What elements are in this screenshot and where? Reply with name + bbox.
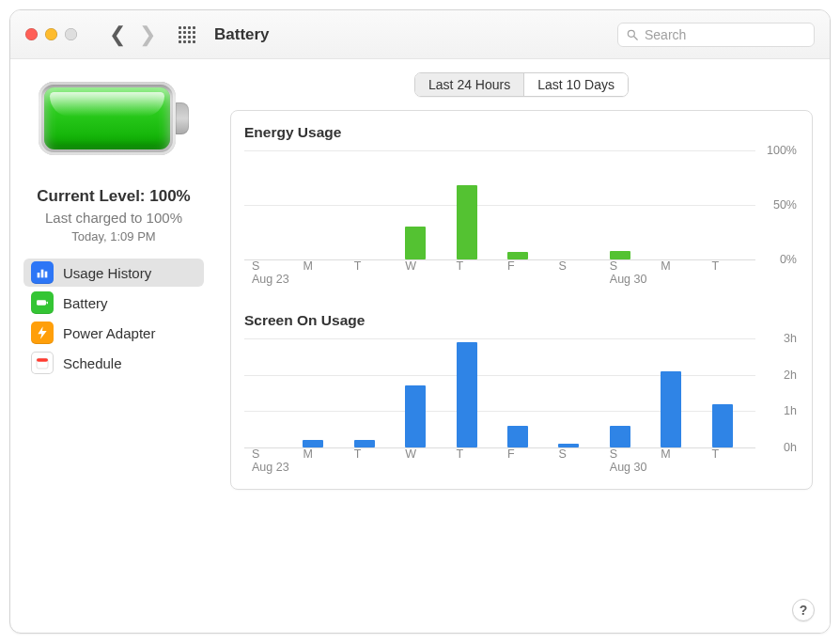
- chart-xtick-label: T: [712, 447, 755, 461]
- window-controls: [25, 28, 77, 40]
- close-window-button[interactable]: [25, 28, 38, 40]
- search-placeholder: Search: [645, 27, 686, 42]
- chart-ytick-label: 0h: [784, 441, 797, 454]
- sidebar-item-power-adapter[interactable]: Power Adapter: [23, 319, 204, 347]
- window-title: Battery: [214, 25, 270, 44]
- charts-card: Energy Usage SAug 23MTWTFSSAug 30MT 0%50…: [230, 110, 813, 490]
- svg-rect-4: [45, 272, 48, 278]
- sidebar-nav: Usage HistoryBatteryPower AdapterSchedul…: [23, 259, 204, 377]
- chart-xtick-date: Aug 30: [610, 273, 653, 286]
- chart-xtick-label: F: [507, 259, 551, 273]
- chart-xtick-label: T: [354, 447, 397, 461]
- chart-bar: [507, 252, 528, 259]
- chart-xtick-date: Aug 23: [252, 273, 295, 286]
- chart-bar: [354, 440, 375, 447]
- chart-bar: [457, 185, 477, 259]
- chart-bar: [712, 404, 733, 447]
- bars-icon: [31, 261, 54, 284]
- energy-usage-title: Energy Usage: [244, 124, 799, 141]
- chart-xtick-label: S: [610, 259, 653, 273]
- chart-bar: [457, 342, 477, 447]
- sidebar-item-usage-history[interactable]: Usage History: [23, 259, 204, 287]
- content: Current Level: 100% Last charged to 100%…: [10, 59, 830, 633]
- battery-level-graphic: [39, 82, 189, 155]
- bolt-icon: [31, 322, 54, 344]
- help-button[interactable]: ?: [792, 599, 815, 621]
- sidebar-item-label: Battery: [63, 295, 108, 311]
- energy-usage-plot: SAug 23MTWTFSSAug 30MT: [244, 150, 755, 291]
- nav-forward-button[interactable]: ❯: [135, 23, 160, 47]
- chart-xtick-label: M: [303, 447, 346, 461]
- titlebar: ❮ ❯ Battery Search: [10, 10, 830, 59]
- chart-xtick-label: S: [558, 259, 601, 273]
- svg-point-0: [628, 30, 634, 37]
- chart-xtick-label: T: [712, 259, 755, 273]
- chart-bar: [405, 227, 426, 259]
- sidebar-item-schedule[interactable]: Schedule: [23, 349, 204, 377]
- calendar-icon: [31, 352, 54, 374]
- battery-preferences-window: ❮ ❯ Battery Search Current Level: 100% L…: [9, 9, 831, 634]
- energy-usage-chart: SAug 23MTWTFSSAug 30MT 0%50%100%: [244, 150, 799, 291]
- segment-last-10-days[interactable]: Last 10 Days: [523, 73, 628, 96]
- chart-ytick-label: 100%: [767, 144, 797, 157]
- svg-rect-6: [47, 302, 48, 305]
- chart-ytick-label: 2h: [784, 369, 797, 382]
- chart-xtick-label: T: [457, 447, 500, 461]
- nav-back-button[interactable]: ❮: [105, 23, 130, 47]
- svg-rect-5: [37, 300, 46, 305]
- segment-last-24-hours[interactable]: Last 24 Hours: [415, 73, 523, 96]
- svg-rect-3: [41, 270, 44, 278]
- zoom-window-button[interactable]: [65, 28, 77, 40]
- chart-bar: [661, 371, 681, 447]
- chart-xtick-label: M: [661, 259, 704, 273]
- chart-xtick-date: Aug 30: [610, 461, 653, 474]
- chart-ytick-label: 1h: [784, 404, 797, 417]
- chart-xtick-label: F: [507, 447, 551, 461]
- chart-xtick-label: T: [457, 259, 500, 273]
- current-level-label: Current Level: 100%: [37, 187, 190, 206]
- chart-ytick-label: 0%: [780, 253, 797, 266]
- screen-on-usage-plot: SAug 23MTWTFSSAug 30MT: [244, 338, 755, 479]
- sidebar-item-label: Power Adapter: [63, 325, 155, 341]
- sidebar: Current Level: 100% Last charged to 100%…: [10, 59, 217, 633]
- last-charged-time: Today, 1:09 PM: [71, 229, 155, 243]
- svg-rect-2: [38, 273, 40, 277]
- main-pane: Last 24 HoursLast 10 Days Energy Usage S…: [217, 59, 830, 633]
- sidebar-item-battery[interactable]: Battery: [23, 289, 204, 317]
- search-icon: [626, 28, 639, 41]
- chart-xtick-label: M: [661, 447, 704, 461]
- chart-bar: [507, 426, 528, 447]
- chart-xtick-label: S: [610, 447, 653, 461]
- chart-xtick-date: Aug 23: [252, 461, 295, 474]
- screen-on-usage-yaxis: 0h1h2h3h: [755, 338, 799, 479]
- svg-rect-8: [37, 358, 48, 361]
- chart-ytick-label: 3h: [784, 332, 797, 345]
- chart-xtick-label: W: [405, 447, 448, 461]
- chart-bar: [405, 385, 426, 447]
- search-input[interactable]: Search: [617, 23, 815, 47]
- sidebar-item-label: Usage History: [63, 265, 151, 281]
- battery-icon: [31, 291, 54, 314]
- last-charged-label: Last charged to 100%: [45, 210, 182, 226]
- screen-on-usage-chart: SAug 23MTWTFSSAug 30MT 0h1h2h3h: [244, 338, 799, 479]
- chart-ytick-label: 50%: [773, 198, 797, 212]
- chart-xtick-label: M: [303, 259, 346, 273]
- chart-xtick-label: S: [252, 447, 295, 461]
- chart-bar: [610, 251, 630, 259]
- chart-xtick-label: S: [558, 447, 601, 461]
- sidebar-item-label: Schedule: [63, 355, 122, 371]
- chart-xtick-label: S: [252, 259, 295, 273]
- screen-on-usage-title: Screen On Usage: [244, 312, 799, 329]
- chart-xtick-label: T: [354, 259, 397, 273]
- show-all-grid-icon[interactable]: [179, 26, 195, 43]
- minimize-window-button[interactable]: [45, 28, 57, 40]
- svg-line-1: [634, 36, 638, 39]
- chart-xtick-label: W: [405, 259, 448, 273]
- energy-usage-yaxis: 0%50%100%: [755, 150, 799, 291]
- range-segmented-control: Last 24 HoursLast 10 Days: [230, 72, 813, 97]
- chart-bar: [610, 426, 630, 447]
- chart-bar: [303, 440, 323, 447]
